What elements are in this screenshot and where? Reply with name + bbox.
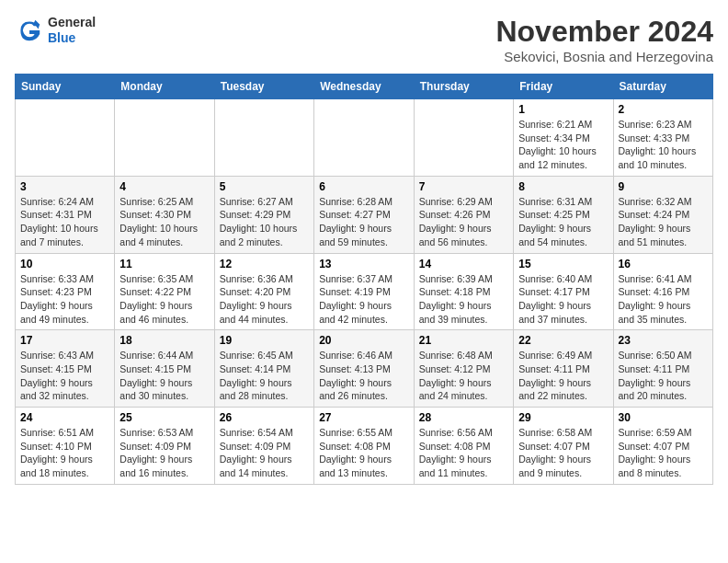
calendar-cell: 1Sunrise: 6:21 AM Sunset: 4:34 PM Daylig…	[514, 99, 613, 177]
calendar-cell: 5Sunrise: 6:27 AM Sunset: 4:29 PM Daylig…	[214, 176, 313, 253]
day-info: Sunrise: 6:44 AM Sunset: 4:15 PM Dayligh…	[119, 349, 209, 403]
day-number: 3	[20, 180, 109, 193]
title-block: November 2024 Sekovici, Bosnia and Herze…	[495, 15, 713, 64]
logo: General Blue	[15, 15, 96, 46]
day-number: 30	[619, 411, 709, 424]
day-number: 1	[518, 103, 608, 116]
day-info: Sunrise: 6:40 AM Sunset: 4:17 PM Dayligh…	[518, 272, 608, 327]
page-header: General Blue November 2024 Sekovici, Bos…	[15, 15, 713, 64]
day-number: 24	[20, 411, 109, 424]
calendar-cell: 22Sunrise: 6:49 AM Sunset: 4:11 PM Dayli…	[514, 330, 613, 408]
day-number: 8	[518, 180, 608, 193]
calendar-week-row: 3Sunrise: 6:24 AM Sunset: 4:31 PM Daylig…	[16, 176, 713, 253]
calendar-cell: 19Sunrise: 6:45 AM Sunset: 4:14 PM Dayli…	[214, 330, 313, 408]
day-number: 19	[220, 334, 309, 347]
day-number: 9	[619, 180, 709, 193]
day-info: Sunrise: 6:46 AM Sunset: 4:13 PM Dayligh…	[319, 349, 409, 403]
calendar-week-row: 24Sunrise: 6:51 AM Sunset: 4:10 PM Dayli…	[16, 408, 713, 485]
calendar-cell: 9Sunrise: 6:32 AM Sunset: 4:24 PM Daylig…	[613, 176, 713, 253]
day-number: 28	[419, 411, 508, 424]
day-info: Sunrise: 6:37 AM Sunset: 4:19 PM Dayligh…	[319, 272, 409, 327]
day-info: Sunrise: 6:39 AM Sunset: 4:18 PM Dayligh…	[419, 272, 508, 327]
logo-blue: Blue	[48, 30, 96, 46]
calendar-cell: 12Sunrise: 6:36 AM Sunset: 4:20 PM Dayli…	[214, 253, 313, 330]
day-header-friday: Friday	[514, 75, 613, 99]
day-number: 18	[119, 334, 209, 347]
day-number: 7	[419, 180, 508, 193]
logo-general: General	[48, 15, 96, 30]
day-number: 13	[319, 258, 409, 270]
day-header-thursday: Thursday	[414, 75, 513, 99]
day-number: 22	[518, 334, 608, 347]
calendar-cell: 15Sunrise: 6:40 AM Sunset: 4:17 PM Dayli…	[514, 253, 613, 330]
calendar-cell: 11Sunrise: 6:35 AM Sunset: 4:22 PM Dayli…	[115, 253, 214, 330]
day-info: Sunrise: 6:53 AM Sunset: 4:09 PM Dayligh…	[119, 426, 209, 480]
day-number: 10	[20, 258, 109, 270]
day-header-wednesday: Wednesday	[314, 75, 415, 99]
day-info: Sunrise: 6:27 AM Sunset: 4:29 PM Dayligh…	[220, 195, 309, 249]
calendar-cell: 21Sunrise: 6:48 AM Sunset: 4:12 PM Dayli…	[414, 330, 513, 408]
calendar-cell: 3Sunrise: 6:24 AM Sunset: 4:31 PM Daylig…	[16, 176, 115, 253]
day-info: Sunrise: 6:49 AM Sunset: 4:11 PM Dayligh…	[518, 349, 608, 403]
day-number: 20	[319, 334, 409, 347]
calendar-cell: 10Sunrise: 6:33 AM Sunset: 4:23 PM Dayli…	[16, 253, 115, 330]
day-number: 26	[220, 411, 309, 424]
day-header-tuesday: Tuesday	[214, 75, 313, 99]
calendar-cell: 17Sunrise: 6:43 AM Sunset: 4:15 PM Dayli…	[16, 330, 115, 408]
calendar-cell: 2Sunrise: 6:23 AM Sunset: 4:33 PM Daylig…	[613, 99, 713, 177]
day-number: 16	[619, 258, 709, 270]
calendar-cell: 23Sunrise: 6:50 AM Sunset: 4:11 PM Dayli…	[613, 330, 713, 408]
location: Sekovici, Bosnia and Herzegovina	[495, 49, 713, 64]
day-info: Sunrise: 6:41 AM Sunset: 4:16 PM Dayligh…	[619, 272, 709, 327]
day-number: 15	[518, 258, 608, 270]
day-info: Sunrise: 6:36 AM Sunset: 4:20 PM Dayligh…	[220, 272, 309, 327]
calendar-cell	[314, 99, 415, 177]
day-info: Sunrise: 6:48 AM Sunset: 4:12 PM Dayligh…	[419, 349, 508, 403]
calendar-cell	[414, 99, 513, 177]
day-info: Sunrise: 6:43 AM Sunset: 4:15 PM Dayligh…	[20, 349, 109, 403]
calendar-week-row: 10Sunrise: 6:33 AM Sunset: 4:23 PM Dayli…	[16, 253, 713, 330]
day-info: Sunrise: 6:55 AM Sunset: 4:08 PM Dayligh…	[319, 426, 409, 480]
calendar-cell: 25Sunrise: 6:53 AM Sunset: 4:09 PM Dayli…	[115, 408, 214, 485]
day-info: Sunrise: 6:58 AM Sunset: 4:07 PM Dayligh…	[518, 426, 608, 480]
day-info: Sunrise: 6:59 AM Sunset: 4:07 PM Dayligh…	[619, 426, 709, 480]
calendar-week-row: 1Sunrise: 6:21 AM Sunset: 4:34 PM Daylig…	[16, 99, 713, 177]
day-number: 17	[20, 334, 109, 347]
day-number: 12	[220, 258, 309, 270]
day-number: 25	[119, 411, 209, 424]
day-header-monday: Monday	[115, 75, 214, 99]
calendar-cell: 4Sunrise: 6:25 AM Sunset: 4:30 PM Daylig…	[115, 176, 214, 253]
day-number: 14	[419, 258, 508, 270]
calendar-cell: 27Sunrise: 6:55 AM Sunset: 4:08 PM Dayli…	[314, 408, 415, 485]
day-info: Sunrise: 6:56 AM Sunset: 4:08 PM Dayligh…	[419, 426, 508, 480]
logo-icon	[15, 16, 44, 45]
day-header-sunday: Sunday	[16, 75, 115, 99]
calendar-cell: 16Sunrise: 6:41 AM Sunset: 4:16 PM Dayli…	[613, 253, 713, 330]
day-number: 23	[619, 334, 709, 347]
calendar-cell: 8Sunrise: 6:31 AM Sunset: 4:25 PM Daylig…	[514, 176, 613, 253]
day-number: 6	[319, 180, 409, 193]
day-info: Sunrise: 6:45 AM Sunset: 4:14 PM Dayligh…	[220, 349, 309, 403]
day-info: Sunrise: 6:24 AM Sunset: 4:31 PM Dayligh…	[20, 195, 109, 249]
day-number: 21	[419, 334, 508, 347]
calendar-cell: 20Sunrise: 6:46 AM Sunset: 4:13 PM Dayli…	[314, 330, 415, 408]
calendar-cell: 18Sunrise: 6:44 AM Sunset: 4:15 PM Dayli…	[115, 330, 214, 408]
day-info: Sunrise: 6:23 AM Sunset: 4:33 PM Dayligh…	[619, 118, 709, 172]
calendar-header-row: SundayMondayTuesdayWednesdayThursdayFrid…	[16, 75, 713, 99]
calendar-week-row: 17Sunrise: 6:43 AM Sunset: 4:15 PM Dayli…	[16, 330, 713, 408]
calendar-cell: 26Sunrise: 6:54 AM Sunset: 4:09 PM Dayli…	[214, 408, 313, 485]
day-info: Sunrise: 6:29 AM Sunset: 4:26 PM Dayligh…	[419, 195, 508, 249]
day-info: Sunrise: 6:33 AM Sunset: 4:23 PM Dayligh…	[20, 272, 109, 327]
day-info: Sunrise: 6:35 AM Sunset: 4:22 PM Dayligh…	[119, 272, 209, 327]
day-info: Sunrise: 6:25 AM Sunset: 4:30 PM Dayligh…	[119, 195, 209, 249]
day-number: 29	[518, 411, 608, 424]
calendar-cell: 24Sunrise: 6:51 AM Sunset: 4:10 PM Dayli…	[16, 408, 115, 485]
calendar-cell: 6Sunrise: 6:28 AM Sunset: 4:27 PM Daylig…	[314, 176, 415, 253]
calendar-cell: 13Sunrise: 6:37 AM Sunset: 4:19 PM Dayli…	[314, 253, 415, 330]
day-info: Sunrise: 6:28 AM Sunset: 4:27 PM Dayligh…	[319, 195, 409, 249]
day-info: Sunrise: 6:21 AM Sunset: 4:34 PM Dayligh…	[518, 118, 608, 172]
day-number: 4	[119, 180, 209, 193]
day-info: Sunrise: 6:54 AM Sunset: 4:09 PM Dayligh…	[220, 426, 309, 480]
day-number: 5	[220, 180, 309, 193]
day-info: Sunrise: 6:51 AM Sunset: 4:10 PM Dayligh…	[20, 426, 109, 480]
